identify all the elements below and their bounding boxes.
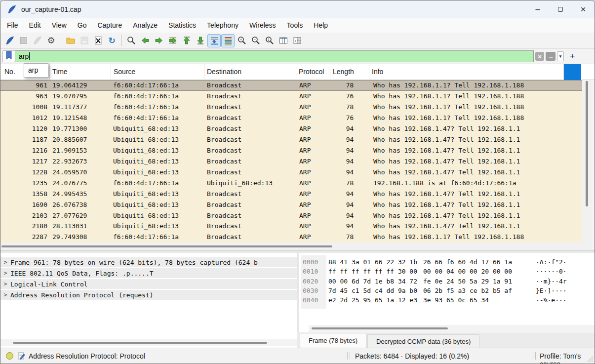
details-hscrollbar-thumb[interactable] — [13, 342, 267, 344]
restart-capture-button[interactable] — [31, 34, 44, 47]
save-file-button[interactable] — [78, 34, 91, 47]
resize-columns-button[interactable] — [277, 34, 290, 47]
packet-row[interactable]: 96319.070795f6:60:4d:17:66:1aBroadcastAR… — [0, 91, 582, 102]
tab-decrypted-ccmp[interactable]: Decrypted CCMP data (36 bytes) — [367, 334, 479, 348]
filter-text: arp — [19, 52, 29, 60]
menu-capture[interactable]: Capture — [92, 18, 127, 33]
menu-file[interactable]: File — [1, 18, 24, 33]
detail-line[interactable]: >Address Resolution Protocol (request) — [0, 290, 297, 300]
cell-no: 1217 — [0, 158, 50, 165]
go-to-packet-button[interactable] — [166, 34, 179, 47]
capture-comment-icon[interactable] — [17, 352, 26, 362]
packet-row[interactable]: 101219.121548f6:60:4d:17:66:1aBroadcastA… — [0, 113, 582, 123]
packet-row[interactable]: 121722.932673Ubiquiti_68:ed:13BroadcastA… — [0, 156, 582, 166]
open-file-button[interactable] — [64, 34, 77, 47]
filter-bookmark-button[interactable] — [2, 50, 15, 62]
tab-frame[interactable]: Frame (78 bytes) — [300, 333, 366, 348]
expert-info-icon[interactable] — [6, 352, 13, 360]
reload-file-button[interactable]: ↻ — [105, 34, 119, 47]
detail-line[interactable]: >Logical-Link Control — [0, 279, 297, 289]
hex-ascii: ··m}··4r — [536, 278, 567, 285]
column-header-protocol[interactable]: Protocol — [296, 64, 330, 80]
maximize-button[interactable] — [549, 0, 572, 18]
bytes-hscrollbar-thumb[interactable] — [312, 327, 448, 329]
hex-offset: 0000 — [303, 258, 328, 266]
menu-tools[interactable]: Tools — [281, 18, 309, 33]
menu-statistics[interactable]: Statistics — [163, 18, 201, 33]
colorize-button[interactable] — [221, 34, 235, 47]
detail-line[interactable]: >IEEE 802.11 QoS Data, Flags: .p.....T — [0, 268, 297, 278]
menu-telephony[interactable]: Telephony — [201, 18, 244, 33]
bookmark-icon — [5, 51, 12, 62]
packet-row[interactable]: 121621.909153Ubiquiti_68:ed:13BroadcastA… — [0, 145, 582, 156]
hex-row[interactable]: 00307d 45 c1 5d c4 dd 9a b006 2b f5 a3 c… — [303, 286, 595, 295]
packet-row[interactable]: 112019.771300Ubiquiti_68:ed:13BroadcastA… — [0, 123, 582, 134]
packet-row[interactable]: 96119.064129f6:60:4d:17:66:1aBroadcastAR… — [0, 80, 582, 91]
column-header-source[interactable]: Source — [111, 64, 204, 80]
hex-row[interactable]: 0010ff ff ff ff ff ff 30 0000 00 04 00 0… — [303, 267, 595, 276]
menu-view[interactable]: View — [46, 18, 72, 33]
filter-history-button[interactable]: ▾ — [557, 51, 564, 61]
zoom-reset-button[interactable]: 1 — [263, 34, 276, 47]
menu-help[interactable]: Help — [308, 18, 333, 33]
cell-info: Who has 192.168.1.47? Tell 192.168.1.1 — [369, 212, 582, 219]
go-back-icon — [140, 36, 150, 45]
clear-filter-button[interactable]: × — [535, 52, 544, 61]
go-first-button[interactable] — [180, 34, 193, 47]
column-header-destination[interactable]: Destination — [204, 64, 296, 80]
vscrollbar-thumb[interactable] — [586, 81, 588, 206]
menu-go[interactable]: Go — [72, 18, 92, 33]
menu-edit[interactable]: Edit — [24, 18, 46, 33]
go-back-button[interactable] — [138, 34, 152, 47]
column-header-info[interactable]: Info — [369, 64, 564, 80]
expand-caret-icon[interactable]: > — [0, 270, 10, 277]
reset-layout-button[interactable]: 123 — [290, 34, 304, 47]
apply-filter-button[interactable]: → — [546, 52, 555, 61]
close-button[interactable]: × — [572, 0, 595, 18]
detail-line[interactable]: >Frame 961: 78 bytes on wire (624 bits),… — [0, 257, 297, 267]
add-filter-button[interactable]: + — [567, 51, 578, 62]
expand-caret-icon[interactable]: > — [0, 259, 10, 266]
auto-scroll-button[interactable] — [207, 34, 221, 47]
packet-row[interactable]: 218028.113031Ubiquiti_68:ed:13BroadcastA… — [0, 221, 582, 232]
packet-row[interactable]: 228729.749308f6:60:4d:17:66:1aBroadcastA… — [0, 232, 582, 243]
hex-row[interactable]: 002000 00 6d 7d 1e b8 34 72fe 0e 24 50 5… — [303, 277, 595, 286]
zoom-in-button[interactable]: + — [235, 34, 248, 47]
bytes-hscrollbar[interactable] — [309, 325, 595, 332]
hscrollbar-thumb[interactable] — [1, 245, 332, 247]
resize-grip[interactable] — [587, 356, 593, 364]
cell-no: 1120 — [0, 125, 50, 132]
packet-row[interactable]: 123524.076775f6:60:4d:17:66:1aUbiquiti_6… — [0, 177, 582, 188]
details-hscrollbar[interactable] — [0, 339, 297, 346]
scrollbar-minimap[interactable] — [564, 64, 581, 80]
menu-wireless[interactable]: Wireless — [244, 18, 281, 33]
column-header-length[interactable]: Length — [330, 64, 369, 80]
expand-caret-icon[interactable]: > — [0, 291, 10, 298]
stop-capture-button[interactable] — [17, 34, 30, 47]
start-capture-button[interactable] — [3, 34, 16, 47]
display-filter-input[interactable]: arp — [15, 50, 534, 62]
zoom-out-button[interactable]: − — [249, 34, 262, 47]
go-forward-button[interactable] — [152, 34, 165, 47]
status-profile[interactable]: Profile: Tom's course — [540, 352, 595, 364]
packet-row[interactable]: 210327.077629Ubiquiti_68:ed:13BroadcastA… — [0, 210, 582, 221]
menu-analyze[interactable]: Analyze — [127, 18, 163, 33]
find-packet-button[interactable] — [124, 34, 138, 47]
packet-list-hscrollbar[interactable] — [0, 243, 592, 250]
expand-caret-icon[interactable]: > — [0, 281, 10, 287]
packet-list-vscrollbar[interactable] — [582, 64, 592, 250]
cell-no: 1228 — [0, 168, 50, 176]
packet-row[interactable]: 100819.117377f6:60:4d:17:66:1aBroadcastA… — [0, 102, 582, 113]
close-file-button[interactable] — [91, 34, 105, 47]
packet-row[interactable]: 118720.885607Ubiquiti_68:ed:13BroadcastA… — [0, 134, 582, 145]
packet-row[interactable]: 169026.076738Ubiquiti_68:ed:13BroadcastA… — [0, 199, 582, 210]
hex-row[interactable]: 0040e2 2d 25 95 65 1a 12 e33e 93 65 0c 6… — [303, 295, 595, 305]
column-header-time[interactable]: Time — [50, 64, 111, 80]
minimize-button[interactable]: – — [526, 0, 549, 18]
capture-options-button[interactable]: ⚙ — [44, 34, 58, 47]
hex-row[interactable]: 000088 41 3a 01 66 22 32 1b26 66 f6 60 4… — [303, 257, 595, 267]
go-last-button[interactable] — [194, 34, 207, 47]
packet-row[interactable]: 122824.059570Ubiquiti_68:ed:13BroadcastA… — [0, 166, 582, 177]
packet-row[interactable]: 135824.995435Ubiquiti_68:ed:13BroadcastA… — [0, 188, 582, 199]
autocomplete-item-arp[interactable]: arp — [24, 64, 48, 77]
